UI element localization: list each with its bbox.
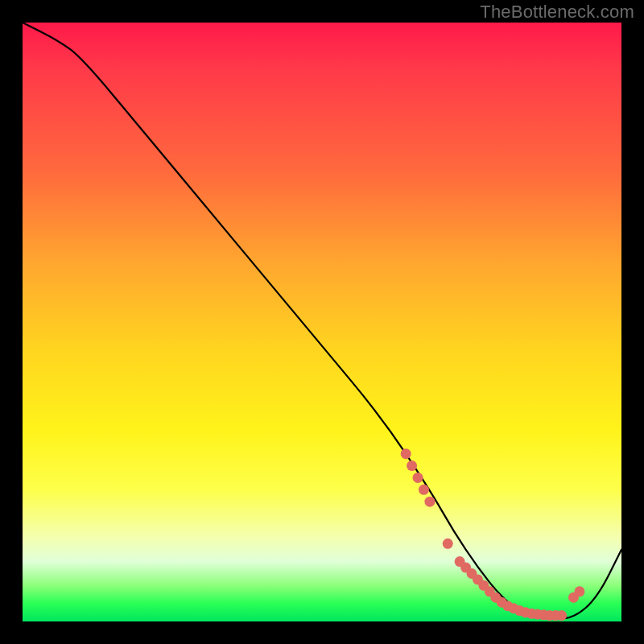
marker-dot (574, 586, 584, 597)
marker-dot (443, 539, 453, 549)
marker-dot (419, 485, 429, 495)
marker-dot (556, 610, 567, 621)
bottleneck-curve (23, 23, 621, 618)
marker-dot (401, 448, 411, 459)
marker-dot (424, 497, 435, 507)
marker-dot (413, 473, 423, 483)
watermark-text: TheBottleneck.com (480, 2, 634, 23)
curve-overlay (23, 23, 621, 621)
marker-dot (407, 460, 417, 471)
marker-dots (401, 448, 585, 621)
chart-frame: TheBottleneck.com (0, 0, 644, 644)
